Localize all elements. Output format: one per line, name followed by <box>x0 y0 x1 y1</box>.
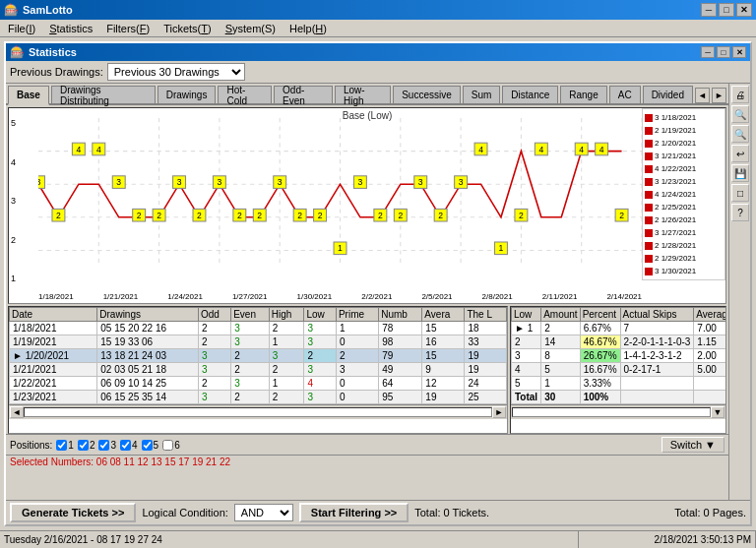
total-pages: Total: 0 Pages. <box>674 507 746 518</box>
svg-text:1: 1 <box>338 244 343 254</box>
tab-drawings[interactable]: Drawings <box>158 86 217 103</box>
stats-row[interactable]: 5 1 3.33% <box>512 377 726 391</box>
tab-base[interactable]: Base <box>8 86 49 105</box>
col-percent[interactable]: Percent <box>580 308 620 322</box>
svg-text:2: 2 <box>519 211 524 220</box>
tab-ac[interactable]: AC <box>609 86 641 103</box>
zoom-out-icon[interactable]: 🔍 <box>731 125 749 143</box>
position-5[interactable]: 5 <box>142 440 159 451</box>
stats-close-btn[interactable]: ✕ <box>732 46 746 58</box>
position-4[interactable]: 4 <box>120 440 138 451</box>
menu-help[interactable]: Help(H) <box>284 22 333 35</box>
close-btn[interactable]: ✕ <box>736 3 752 17</box>
col-drawings[interactable]: Drawings <box>97 308 199 322</box>
stats-minimize-btn[interactable]: ─ <box>701 46 715 58</box>
tab-odd-even[interactable]: Odd-Even <box>274 86 333 103</box>
total-tickets: Total: 0 Tickets. <box>414 507 489 518</box>
undo-icon[interactable]: ↩ <box>731 145 749 162</box>
svg-text:2: 2 <box>257 211 262 220</box>
right-sidebar: 🖨 🔍 🔍 ↩ 💾 □ ? <box>728 84 750 500</box>
col-even[interactable]: Even <box>231 308 270 322</box>
col-actual-skips[interactable]: Actual Skips <box>620 308 694 322</box>
logical-select[interactable]: AND OR <box>234 504 293 521</box>
tab-range[interactable]: Range <box>560 86 606 103</box>
drawings-select[interactable]: Previous 30 Drawings Previous 10 Drawing… <box>107 63 245 81</box>
svg-text:4: 4 <box>579 145 584 154</box>
save-icon[interactable]: 💾 <box>731 164 749 182</box>
col-thel[interactable]: The L <box>465 308 507 322</box>
menu-tickets[interactable]: Tickets(T) <box>158 22 218 35</box>
stats-row[interactable]: 3 8 26.67% 1-4-1-2-3-1-2 2.00 <box>512 349 726 363</box>
stats-row[interactable]: ► 1 2 6.67% 7 7.00 <box>512 322 726 335</box>
menu-filters[interactable]: Filters(F) <box>100 22 156 35</box>
menu-file[interactable]: File(I) <box>2 22 41 35</box>
maximize-btn[interactable]: □ <box>719 3 734 17</box>
switch-button[interactable]: Switch ▼ <box>662 437 724 453</box>
table-row[interactable]: 1/23/2021 06 15 25 35 14 3 2 2 3 0 95 <box>10 391 507 404</box>
stats-row[interactable]: 2 14 46.67% 2-2-0-1-1-1-0-3 1.15 <box>512 335 726 349</box>
table-row[interactable]: 1/19/2021 15 19 33 06 2 3 1 3 0 98 <box>10 335 507 349</box>
menu-statistics[interactable]: Statistics <box>43 22 98 35</box>
svg-text:1: 1 <box>499 244 504 254</box>
col-avera[interactable]: Avera <box>422 308 465 322</box>
pos5-checkbox[interactable] <box>142 440 153 451</box>
svg-text:3: 3 <box>418 177 423 187</box>
minimize-btn[interactable]: ─ <box>701 3 717 17</box>
tab-divided[interactable]: Divided <box>643 86 693 103</box>
start-filtering-btn[interactable]: Start Filtering >> <box>299 503 409 522</box>
col-low[interactable]: Low <box>512 308 541 322</box>
col-average-s[interactable]: Average S <box>694 308 725 322</box>
table-row[interactable]: 1/21/2021 02 03 05 21 18 3 2 2 3 3 49 <box>10 363 507 377</box>
svg-text:3: 3 <box>116 177 121 187</box>
table-row[interactable]: 1/22/2021 06 09 10 14 25 2 3 1 4 0 64 <box>10 377 507 391</box>
position-3[interactable]: 3 <box>98 440 116 451</box>
positions-bar: Positions: 1 2 3 <box>6 434 728 455</box>
col-high[interactable]: High <box>269 308 304 322</box>
svg-text:3: 3 <box>177 177 182 187</box>
table-row[interactable]: 1/18/2021 05 15 20 22 16 2 3 2 3 1 78 <box>10 322 507 335</box>
tab-successive[interactable]: Successive <box>393 86 461 103</box>
svg-text:2: 2 <box>56 211 61 220</box>
tab-distance[interactable]: Distance <box>502 86 558 103</box>
stats-maximize-btn[interactable]: □ <box>717 46 730 58</box>
window-icon[interactable]: □ <box>731 184 749 202</box>
print-icon[interactable]: 🖨 <box>731 86 749 103</box>
col-amount[interactable]: Amount <box>541 308 580 322</box>
col-prime[interactable]: Prime <box>336 308 378 322</box>
tab-arrow-left[interactable]: ◄ <box>695 88 710 103</box>
tab-low-high[interactable]: Low-High <box>335 86 391 103</box>
pos6-checkbox[interactable] <box>162 440 173 451</box>
menu-system[interactable]: System(S) <box>220 22 282 35</box>
pos4-checkbox[interactable] <box>120 440 131 451</box>
scroll-right[interactable]: ► <box>492 406 506 418</box>
stats-scroll-down[interactable]: ▼ <box>711 406 724 418</box>
svg-text:3: 3 <box>459 177 464 187</box>
tab-drawings-distributing[interactable]: Drawings Distributing <box>51 86 156 103</box>
position-1[interactable]: 1 <box>56 440 74 451</box>
app-icon: 🎰 <box>4 3 19 17</box>
pos2-checkbox[interactable] <box>78 440 89 451</box>
stats-window: 🎰 Statistics ─ □ ✕ Previous Drawings: Pr… <box>4 41 752 526</box>
tab-arrow-right[interactable]: ► <box>712 88 726 103</box>
col-numb[interactable]: Numb <box>379 308 422 322</box>
help-icon[interactable]: ? <box>731 204 749 221</box>
svg-text:3: 3 <box>218 177 222 187</box>
tab-hot-cold[interactable]: Hot-Cold <box>218 86 272 103</box>
col-low[interactable]: Low <box>304 308 337 322</box>
stats-row-total: Total 30 100% <box>512 391 726 404</box>
tab-sum[interactable]: Sum <box>463 86 501 103</box>
col-odd[interactable]: Odd <box>198 308 230 322</box>
position-2[interactable]: 2 <box>78 440 95 451</box>
zoom-in-icon[interactable]: 🔍 <box>731 105 749 123</box>
stats-row[interactable]: 4 5 16.67% 0-2-17-1 5.00 <box>512 363 726 377</box>
pos1-checkbox[interactable] <box>56 440 67 451</box>
scroll-left[interactable]: ◄ <box>10 406 24 418</box>
pos3-checkbox[interactable] <box>98 440 109 451</box>
stats-data-table: Low Amount Percent Actual Skips Average … <box>510 306 726 434</box>
svg-text:2: 2 <box>297 211 302 220</box>
svg-text:2: 2 <box>197 211 202 220</box>
position-6[interactable]: 6 <box>162 440 180 451</box>
table-row-selected[interactable]: ► 1/20/2021 13 18 21 24 03 3 2 3 2 2 79 <box>10 349 507 363</box>
col-date[interactable]: Date <box>10 308 97 322</box>
generate-tickets-btn[interactable]: Generate Tickets >> <box>10 503 136 522</box>
